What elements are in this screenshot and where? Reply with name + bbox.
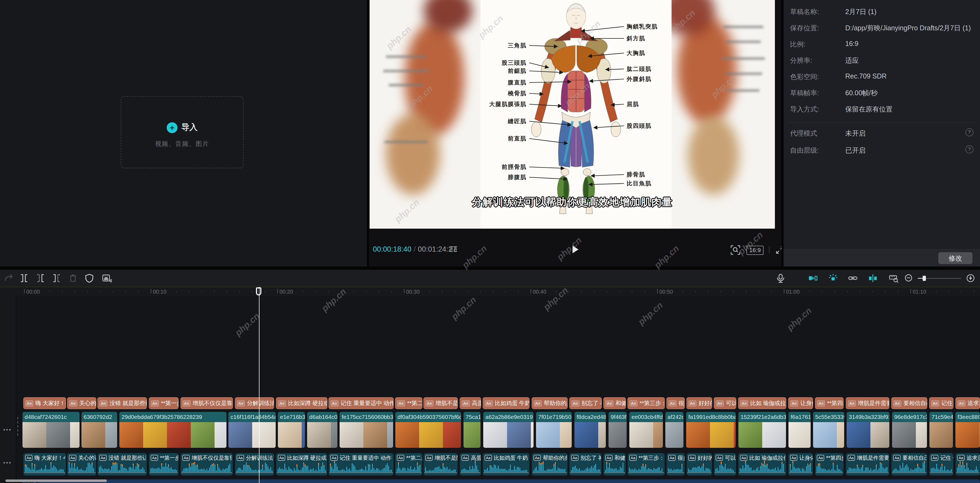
play-button[interactable]	[569, 243, 581, 256]
video-clip[interactable]: ee003cb4ffd6	[629, 412, 663, 448]
tts-audio-clip[interactable]: Aa很多	[667, 453, 685, 476]
video-preview[interactable]: 三角肌股三頭肌前鋸肌腹直肌橈骨肌大腿肌膜張肌縫匠肌前直肌前脛骨肌腓腹肌胸鎖乳突肌…	[370, 0, 775, 229]
video-clip[interactable]: 15239f21e2a6db36	[738, 412, 786, 448]
text-clip[interactable]: A≡要相信自己	[891, 397, 927, 409]
video-clip[interactable]: a62a2b86e9e0319	[483, 412, 534, 448]
redo-icon[interactable]	[4, 273, 14, 283]
tts-audio-clip[interactable]: Aa**第三步：	[627, 453, 665, 476]
delete-icon[interactable]	[68, 273, 78, 283]
text-clip[interactable]: A≡高蛋白	[460, 397, 481, 409]
text-clip[interactable]: A≡**第二步	[395, 397, 422, 409]
tts-audio-clip[interactable]: Aa**第二步	[395, 453, 422, 476]
video-clip[interactable]: 75ca17c	[463, 412, 481, 448]
text-clip[interactable]: A≡很多	[667, 397, 685, 409]
text-clip[interactable]: A≡比如 瑜伽或拉伸	[738, 397, 786, 409]
video-clip[interactable]: af242c	[665, 412, 684, 448]
mask-shield-icon[interactable]	[84, 273, 94, 283]
tts-audio-clip[interactable]: Aa比如深蹲 硬拉或是	[276, 453, 328, 476]
music-clip[interactable]: 幻宙	[22, 479, 980, 483]
text-clip[interactable]: A≡别忘了 补充	[569, 397, 602, 409]
video-clip[interactable]: 71c59e40	[929, 412, 953, 448]
text-clip[interactable]: A≡嗨 大家好！今	[23, 397, 66, 409]
tts-audio-clip[interactable]: Aa增肌不是随	[423, 453, 458, 476]
tts-audio-clip[interactable]: Aa比如 瑜伽或拉伸	[738, 453, 786, 476]
tts-audio-clip[interactable]: Aa关心的话	[67, 453, 96, 476]
video-clip[interactable]: 5c55e35339	[813, 412, 845, 448]
help-icon[interactable]: ?	[966, 128, 974, 137]
video-clip[interactable]: d48caf7242601c	[22, 412, 80, 448]
text-clip[interactable]: A≡比如鸡蛋 牛奶 鱼肉	[483, 397, 530, 409]
import-dropzone[interactable]: +导入 视频、音频、图片	[121, 96, 243, 168]
video-clip[interactable]: f3eec889	[955, 412, 980, 448]
preview-quality-icon[interactable]	[448, 244, 459, 255]
text-clip[interactable]: A≡增肌是件需要耐	[846, 397, 889, 409]
tts-audio-clip[interactable]: Aa记住 你	[929, 453, 953, 476]
tts-audio-clip[interactable]: Aa记住 重量要适中 动作要	[328, 453, 394, 476]
tts-audio-clip[interactable]: Aa追求美	[955, 453, 980, 476]
text-clip[interactable]: A≡**第三步：	[627, 397, 665, 409]
video-clip[interactable]: d6ab164c0179001c5	[307, 412, 338, 448]
aspect-ratio-button[interactable]: 16:9	[746, 246, 764, 255]
video-clip[interactable]: c16f116f1a84b54add7	[228, 412, 276, 448]
snap-to-clip-icon[interactable]	[808, 273, 818, 283]
magnetic-snap-icon[interactable]	[828, 273, 838, 283]
text-clip[interactable]: A≡和健康	[603, 397, 626, 409]
tts-audio-clip[interactable]: Aa嗨 大家好！今	[23, 453, 66, 476]
tts-audio-clip[interactable]: Aa增肌不仅仅是靠臂力	[180, 453, 233, 476]
horizontal-scrollbar[interactable]	[5, 480, 107, 482]
video-track-menu[interactable]: •••	[3, 426, 12, 433]
text-clip[interactable]: A≡没错 就是那些让你	[97, 397, 147, 409]
modify-button[interactable]: 修改	[938, 252, 972, 264]
tts-audio-clip[interactable]: Aa别忘了 补充	[569, 453, 602, 476]
video-clip[interactable]: df0af304b590375607bf6d	[395, 412, 461, 448]
video-clip[interactable]: fe175cc7156060bb3581a	[339, 412, 393, 448]
preview-focus-icon[interactable]	[729, 244, 741, 256]
text-clip[interactable]: A≡帮助你的身	[532, 397, 568, 409]
video-clip[interactable]: e1e716b33fdb5	[278, 412, 305, 448]
tts-audio-clip[interactable]: Aa和健康	[603, 453, 626, 476]
tts-audio-clip[interactable]: Aa要相信自己	[891, 453, 927, 476]
tts-audio-clip[interactable]: Aa比如鸡蛋 牛奶 鱼肉	[483, 453, 530, 476]
tts-audio-clip[interactable]: Aa分解训练法可	[235, 453, 274, 476]
text-clip[interactable]: A≡好好的	[686, 397, 712, 409]
text-clip[interactable]: A≡可以让	[714, 397, 736, 409]
text-clip[interactable]: A≡分解训练法可	[235, 397, 274, 409]
tts-audio-clip[interactable]: Aa帮助你的身	[532, 453, 568, 476]
video-clip[interactable]: f6a17619	[788, 412, 811, 448]
text-clip[interactable]: A≡记住 重量要适中 动作要	[328, 397, 394, 409]
timeline-ruler[interactable]: 00:0000:1000:2000:3000:4000:5001:0001:10	[0, 287, 980, 296]
video-clip[interactable]: 96e8de917c3e	[892, 412, 927, 448]
text-clip[interactable]: A≡**第一步	[149, 397, 178, 409]
video-clip[interactable]: 9f463fc7	[608, 412, 627, 448]
playhead-line[interactable]	[259, 287, 259, 483]
audio-extract-icon[interactable]	[102, 273, 112, 283]
link-clips-icon[interactable]	[848, 273, 858, 283]
split-keep-right-icon[interactable]	[51, 273, 62, 283]
text-clip[interactable]: A≡增肌不是随	[423, 397, 458, 409]
split-keep-left-icon[interactable]	[35, 273, 46, 283]
text-clip[interactable]: A≡记住 你	[929, 397, 953, 409]
text-clip[interactable]: A≡比如深蹲 硬拉或是	[276, 397, 328, 409]
zoom-out-icon[interactable]	[904, 273, 914, 283]
split-icon[interactable]	[19, 273, 29, 283]
video-clip[interactable]: f8dca2ed485	[574, 412, 606, 448]
video-clip[interactable]: 29d0ebdda679f3b25786228239	[119, 412, 227, 448]
tts-audio-clip[interactable]: Aa**第四步	[815, 453, 844, 476]
tts-audio-clip[interactable]: Aa增肌是件需要耐	[846, 453, 889, 476]
timeline-ruler-icon[interactable]	[889, 273, 899, 283]
video-clip[interactable]: 7f01e719b508	[536, 412, 572, 448]
timeline-zoom-slider[interactable]	[918, 278, 961, 279]
audio-track-menu[interactable]: •••	[3, 459, 12, 466]
text-clip[interactable]: A≡让身体	[788, 397, 813, 409]
tts-audio-clip[interactable]: Aa没错 就是那些让你	[97, 453, 147, 476]
text-clip[interactable]: A≡增肌不仅仅是靠臂力	[180, 397, 233, 409]
playhead-handle[interactable]	[256, 288, 261, 296]
text-clip[interactable]: A≡追求美	[955, 397, 980, 409]
text-clip[interactable]: A≡**第四步	[815, 397, 844, 409]
tts-audio-clip[interactable]: Aa**第一步	[149, 453, 178, 476]
tts-audio-clip[interactable]: Aa让身体	[788, 453, 813, 476]
help-icon[interactable]: ?	[966, 145, 974, 153]
tts-audio-clip[interactable]: Aa好好的	[686, 453, 712, 476]
video-clip[interactable]: 3149b3a323bf91	[846, 412, 889, 448]
text-clip[interactable]: A≡关心的话	[67, 397, 96, 409]
